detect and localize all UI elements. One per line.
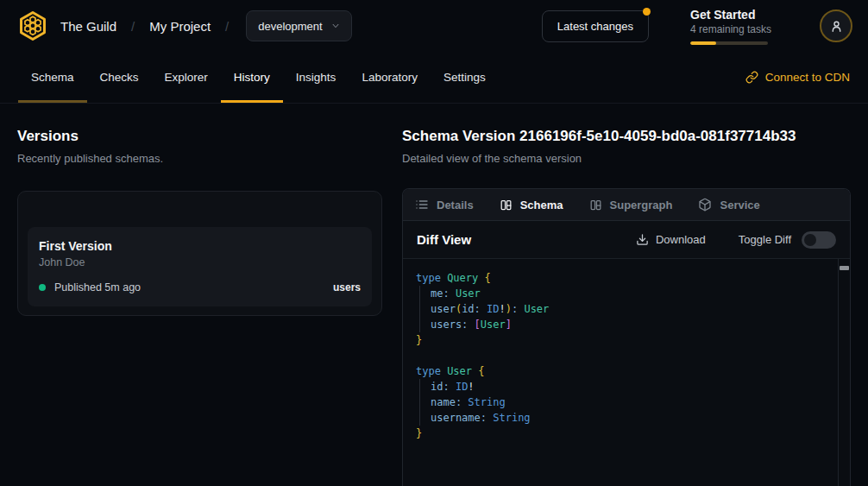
- nav-tab-label: Schema: [31, 71, 74, 84]
- nav-tab-label: Laboratory: [362, 71, 418, 84]
- latest-changes-button[interactable]: Latest changes: [542, 10, 649, 42]
- published-status-dot: [39, 284, 46, 291]
- schema-version-subtitle: Detailed view of the schema version: [402, 152, 851, 165]
- get-started-progress: [690, 41, 768, 45]
- schema-tabbar: Details Schema Supergraph Service: [403, 189, 850, 221]
- versions-list-card: First Version John Doe Published 5m ago …: [17, 191, 382, 316]
- nav-tab-schema[interactable]: Schema: [18, 52, 87, 103]
- columns-icon: [589, 199, 602, 211]
- nav-tab-laboratory[interactable]: Laboratory: [349, 52, 431, 103]
- schema-version-column: Schema Version 2166196f-5e10-4059-bd0a-0…: [402, 128, 851, 486]
- environment-select[interactable]: development: [246, 10, 351, 41]
- scrollbar-thumb[interactable]: [840, 266, 849, 270]
- nav-tab-checks[interactable]: Checks: [87, 52, 152, 103]
- latest-changes-label: Latest changes: [557, 20, 633, 33]
- main-content: Versions Recently published schemas. Fir…: [0, 104, 868, 486]
- download-icon: [636, 233, 649, 246]
- get-started-subtitle: 4 remaining tasks: [690, 23, 768, 35]
- schema-version-panel: Details Schema Supergraph Service Diff V…: [402, 188, 851, 486]
- download-button[interactable]: Download: [636, 233, 706, 246]
- toggle-diff-label: Toggle Diff: [739, 233, 791, 246]
- breadcrumb-org[interactable]: The Guild: [60, 19, 116, 34]
- progress-fill: [690, 41, 716, 45]
- get-started-title: Get Started: [690, 8, 768, 22]
- tab-label: Schema: [520, 199, 563, 211]
- nav-tab-label: History: [234, 71, 270, 84]
- connect-to-cdn-label: Connect to CDN: [765, 71, 850, 84]
- version-status: Published 5m ago: [54, 281, 141, 293]
- diff-view-title: Diff View: [417, 232, 471, 247]
- versions-column: Versions Recently published schemas. Fir…: [17, 128, 382, 486]
- version-service-badge: users: [333, 281, 361, 293]
- app-header: The Guild / My Project / development Lat…: [0, 0, 868, 52]
- chevron-down-icon: [331, 22, 340, 30]
- nav-tab-label: Insights: [296, 71, 337, 84]
- breadcrumb-separator: /: [131, 19, 135, 34]
- version-title: First Version: [39, 239, 361, 253]
- tab-label: Details: [437, 199, 474, 211]
- tab-schema[interactable]: Schema: [500, 199, 563, 211]
- user-icon: [829, 19, 844, 34]
- toggle-diff-switch[interactable]: [802, 231, 836, 249]
- versions-subtitle: Recently published schemas.: [17, 152, 382, 165]
- user-avatar[interactable]: [820, 9, 852, 42]
- tab-label: Service: [720, 199, 759, 211]
- cube-icon: [698, 198, 712, 211]
- nav-tab-history[interactable]: History: [221, 52, 283, 103]
- versions-title: Versions: [17, 128, 382, 145]
- breadcrumb-separator: /: [225, 19, 229, 34]
- switch-knob: [804, 234, 816, 246]
- breadcrumb: The Guild / My Project /: [60, 19, 229, 34]
- tab-supergraph[interactable]: Supergraph: [589, 199, 673, 211]
- environment-select-value: development: [258, 20, 322, 33]
- download-label: Download: [656, 233, 706, 246]
- connect-to-cdn-link[interactable]: Connect to CDN: [745, 52, 850, 103]
- tab-label: Supergraph: [610, 199, 673, 211]
- tab-service[interactable]: Service: [698, 198, 759, 211]
- get-started-widget[interactable]: Get Started 4 remaining tasks: [690, 8, 768, 45]
- tab-details[interactable]: Details: [415, 198, 474, 211]
- guild-logo-icon[interactable]: [16, 9, 50, 43]
- nav-tab-insights[interactable]: Insights: [283, 52, 349, 103]
- nav-tab-settings[interactable]: Settings: [431, 52, 499, 103]
- version-list-item[interactable]: First Version John Doe Published 5m ago …: [28, 227, 372, 306]
- nav-tab-label: Settings: [443, 71, 486, 84]
- code-scrollbar[interactable]: [838, 259, 850, 486]
- nav-tab-label: Explorer: [165, 71, 208, 84]
- version-author: John Doe: [39, 256, 361, 268]
- schema-version-title: Schema Version 2166196f-5e10-4059-bd0a-0…: [402, 128, 851, 145]
- nav-tab-label: Checks: [100, 71, 139, 84]
- breadcrumb-project[interactable]: My Project: [149, 19, 211, 34]
- schema-code-block[interactable]: type Query {me: Useruser(id: ID!): Useru…: [403, 259, 850, 486]
- list-icon: [415, 198, 429, 211]
- nav-tab-explorer[interactable]: Explorer: [152, 52, 221, 103]
- columns-icon: [500, 199, 513, 211]
- main-nav: Schema Checks Explorer History Insights …: [0, 52, 868, 104]
- link-icon: [745, 71, 758, 84]
- code-lines: type Query {me: Useruser(id: ID!): Useru…: [416, 270, 829, 441]
- version-meta: Published 5m ago users: [39, 281, 361, 293]
- notification-dot: [643, 8, 651, 16]
- diff-toolbar: Diff View Download Toggle Diff: [403, 221, 850, 259]
